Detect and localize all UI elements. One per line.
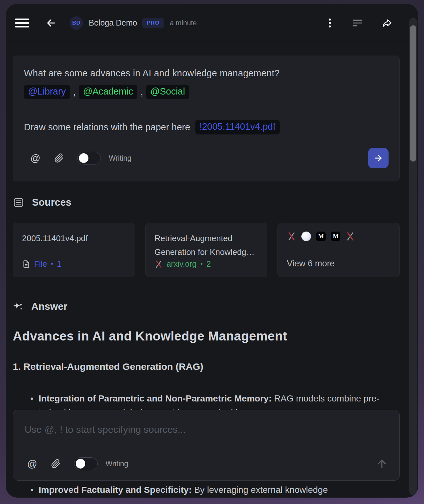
query-toolbar: @ Writing [24,148,389,168]
bullet-marker: • [30,483,39,497]
composer-toolbar: @ Writing [25,455,388,473]
tag-academic[interactable]: @Academic [79,85,137,99]
query-tags: @Library , @Academic , @Social [24,85,389,99]
globe-favicon [301,232,311,241]
medium-favicon: M [331,232,340,241]
composer: Use @, ! to start specifying sources... … [13,410,400,481]
timestamp: a minute [170,19,197,27]
app-window: BD Beloga Demo PRO a minute What are som… [6,4,418,498]
arxiv-favicon [155,260,163,268]
tag-library[interactable]: @Library [24,85,70,99]
sources-icon [13,197,24,208]
tag-separator: , [140,87,143,97]
list-icon [352,18,363,28]
back-button[interactable] [46,18,56,28]
share-arrow-icon [382,18,393,28]
arrow-right-icon [374,153,383,163]
source-title: Retrieval-Augmented Generation for Knowl… [155,232,258,259]
scrollbar-thumb[interactable] [410,25,416,162]
medium-favicon: M [316,232,326,241]
source-type: arxiv.org [167,259,197,269]
scrollbar-track[interactable] [409,18,417,495]
answer-title-label: Answer [31,301,67,312]
pro-badge: PRO [142,18,164,28]
mode-label: Writing [105,460,128,468]
source-count: 1 [57,259,61,269]
share-button[interactable] [382,18,393,28]
page-title: Beloga Demo [89,18,137,27]
query-prompt-prefix: Draw some relations with the paper here [24,122,190,133]
arxiv-favicon [287,232,296,241]
content-area: What are some advances in AI and knowled… [6,56,418,420]
file-icon [22,260,30,268]
mode-label: Writing [109,154,131,163]
outline-button[interactable] [352,18,363,28]
arxiv-favicon [345,232,355,241]
answer-header: Answer [13,301,400,312]
send-button[interactable] [376,458,388,470]
source-meta: File • 1 [22,259,126,269]
view-more-label[interactable]: View 6 more [287,259,390,269]
top-bar: BD Beloga Demo PRO a minute [6,4,418,42]
source-card-file[interactable]: 2005.11401v4.pdf File • 1 [13,223,135,277]
attachment-icon[interactable] [51,459,61,469]
attachment-icon[interactable] [54,153,64,163]
query-second-line: Draw some relations with the paper here … [24,120,389,134]
arrow-up-icon [376,458,388,470]
source-card-arxiv[interactable]: Retrieval-Augmented Generation for Knowl… [145,223,268,277]
favicon-row: M M [287,232,390,241]
answer-section-heading: 1. Retrieval-Augmented Generation (RAG) [13,360,400,373]
answer-bullet: • Improved Factuality and Specificity: B… [30,483,400,497]
sources-header: Sources [13,197,400,208]
dot-separator: • [51,260,53,268]
submit-button[interactable] [368,148,389,168]
kebab-menu-icon [326,18,334,28]
menu-button[interactable] [15,18,29,28]
toggle-knob [79,153,88,163]
arrow-left-icon [46,18,56,28]
source-title: 2005.11401v4.pdf [22,232,126,245]
source-meta: arxiv.org • 2 [155,259,258,269]
writing-mode-toggle[interactable] [74,457,98,470]
source-cards: 2005.11401v4.pdf File • 1 Retrieval-Augm… [13,223,400,277]
mention-icon[interactable]: @ [27,459,37,469]
source-card-more[interactable]: M M View 6 more [277,223,400,277]
sources-title: Sources [32,197,72,208]
answer-main-heading: Advances in AI and Knowledge Management [13,328,400,344]
mention-icon[interactable]: @ [30,153,40,163]
composer-input[interactable]: Use @, ! to start specifying sources... [25,410,388,435]
avatar: BD [70,16,83,30]
query-card: What are some advances in AI and knowled… [13,56,400,181]
tag-separator: , [73,87,76,97]
sparkle-icon [13,301,24,312]
hamburger-icon [15,18,29,28]
source-count: 2 [207,259,211,269]
tag-social[interactable]: @Social [146,85,189,99]
more-options-button[interactable] [326,18,334,28]
query-question: What are some advances in AI and knowled… [24,66,389,80]
dot-separator: • [201,260,203,268]
writing-mode-toggle[interactable] [77,152,101,164]
bullet-text: Improved Factuality and Specificity: By … [39,483,328,497]
file-reference-tag[interactable]: !2005.11401v4.pdf [195,120,280,134]
toggle-knob [76,459,85,469]
source-type: File [34,259,47,269]
